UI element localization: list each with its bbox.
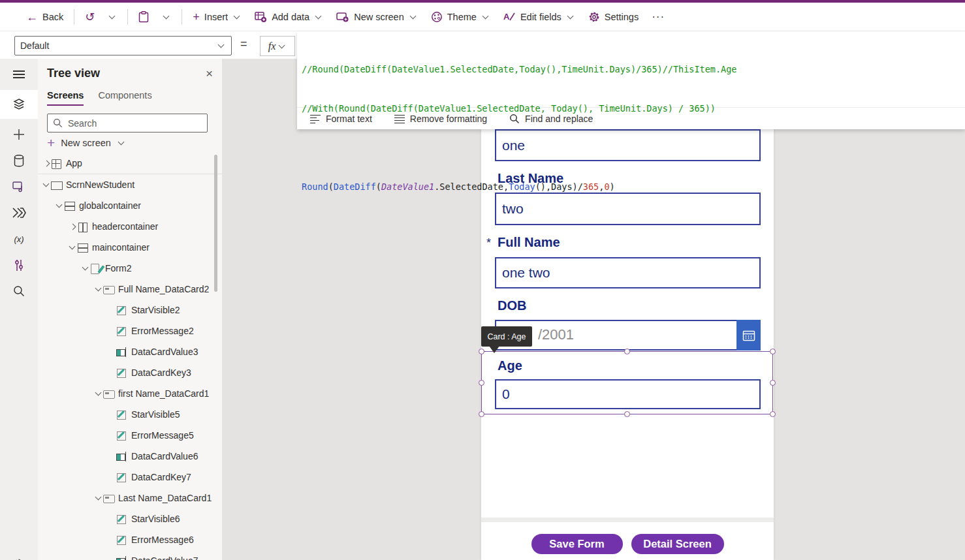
tree-item-textinput-control[interactable]: DataCardValue7 [38, 550, 222, 560]
chevron-down-icon[interactable] [55, 201, 64, 210]
tree-item-label-control[interactable]: StarVisible2 [38, 300, 222, 320]
label-control-icon [116, 305, 127, 316]
hamburger-menu-button[interactable] [0, 60, 38, 89]
tree-item-label-control[interactable]: StarVisible5 [38, 404, 222, 425]
formula-code-editor[interactable]: //Round(DateDiff(DateValue1.SelectedDate… [297, 31, 965, 107]
add-data-label: Add data [272, 12, 309, 22]
paste-button[interactable] [132, 7, 155, 27]
insert-nav-button[interactable] [0, 120, 38, 149]
paste-dropdown[interactable] [155, 8, 178, 25]
form-buttons-row: Save Form Detail Screen [481, 534, 774, 554]
chevron-down-icon[interactable] [94, 493, 103, 503]
undo-dropdown[interactable] [101, 8, 123, 25]
tree-item-list: App ScrnNewStudent globalcontainer heade… [38, 153, 222, 560]
new-screen-menu[interactable]: New screen [330, 7, 424, 27]
resize-handle[interactable] [770, 411, 776, 417]
label-control-icon [116, 472, 127, 483]
tree-item-datacard[interactable]: Full Name_DataCard2 [38, 279, 222, 300]
variables-nav-button[interactable]: (x) [0, 225, 38, 253]
token: ) [610, 181, 615, 192]
chevron-right-icon[interactable] [42, 159, 51, 168]
powerapps-studio: ← Back ↺ + Insert [0, 0, 965, 560]
tree-item-label-control[interactable]: StarVisible6 [38, 508, 222, 529]
card-age-tooltip: Card : Age [481, 326, 532, 347]
chevron-down-icon[interactable] [81, 264, 90, 273]
toolbar-divider [127, 9, 128, 25]
calendar-button[interactable] [736, 320, 761, 350]
tab-components[interactable]: Components [98, 90, 151, 106]
chevron-down-icon [566, 12, 575, 22]
chevron-down-icon [117, 138, 126, 148]
tree-item-label-control[interactable]: DataCardKey7 [38, 467, 222, 488]
resize-handle[interactable] [770, 349, 776, 354]
chevron-down-icon[interactable] [68, 243, 77, 252]
tree-item-label-control[interactable]: ErrorMessage2 [38, 320, 222, 341]
token: .SelectedDate, [434, 181, 509, 192]
power-automate-nav-button[interactable] [0, 198, 38, 227]
theme-menu[interactable]: Theme [424, 7, 497, 27]
new-screen-label: New screen [61, 138, 111, 148]
add-data-menu[interactable]: Add data [248, 7, 330, 27]
resize-handle[interactable] [479, 380, 484, 386]
tree-item-label: StarVisible2 [131, 305, 180, 315]
tree-scrollbar[interactable] [214, 155, 217, 292]
tree-item-label: DataCardValue3 [131, 347, 198, 357]
token: (), [535, 181, 551, 192]
property-selector[interactable]: Default [14, 36, 232, 55]
tree-item-label-control[interactable]: DataCardKey3 [38, 362, 222, 383]
advanced-tools-nav-button[interactable] [0, 251, 38, 279]
overflow-menu[interactable]: ··· [645, 7, 671, 27]
chevron-down-icon[interactable] [94, 389, 103, 398]
resize-handle[interactable] [479, 349, 484, 354]
resize-handle[interactable] [770, 380, 776, 386]
tree-item-label: DataCardValue7 [131, 555, 198, 560]
chevron-down-icon[interactable] [94, 285, 103, 294]
data-nav-button[interactable] [0, 146, 38, 175]
tree-item-form[interactable]: Form2 [38, 258, 222, 279]
theme-palette-icon [431, 11, 443, 23]
dob-date-input[interactable]: /2001 [495, 320, 761, 350]
insert-menu[interactable]: + Insert [186, 7, 248, 27]
tree-item-datacard[interactable]: Last Name_DataCard1 [38, 488, 222, 508]
save-form-button[interactable]: Save Form [531, 534, 623, 554]
media-nav-button[interactable] [0, 172, 38, 201]
full-name-input[interactable]: one two [495, 257, 761, 288]
tree-item-container[interactable]: maincontainer [38, 237, 222, 258]
chevron-down-icon [232, 12, 242, 22]
tab-screens[interactable]: Screens [47, 90, 84, 106]
resize-handle[interactable] [624, 411, 630, 417]
chevron-spacer [107, 326, 116, 335]
search-nav-button[interactable] [0, 277, 38, 305]
edit-fields-menu[interactable]: A Edit fields [497, 7, 582, 27]
chevron-right-icon[interactable] [68, 222, 77, 231]
close-icon[interactable]: × [206, 67, 213, 80]
tree-item-datacard[interactable]: first Name_DataCard1 [38, 383, 222, 404]
undo-button[interactable]: ↺ [78, 7, 101, 27]
tree-item-screen[interactable]: ScrnNewStudent [38, 174, 222, 195]
token: 365 [583, 181, 599, 192]
tree-item-label: DataCardValue6 [131, 451, 198, 461]
chevron-down-icon[interactable] [42, 180, 51, 189]
resize-handle[interactable] [479, 411, 484, 417]
tree-item-container[interactable]: globalcontainer [38, 195, 222, 216]
tree-item-container[interactable]: headercontainer [38, 216, 222, 237]
label-control-icon [116, 409, 127, 420]
variables-icon: (x) [14, 234, 24, 244]
new-screen-button[interactable]: + New screen [47, 136, 126, 149]
tree-item-label-control[interactable]: ErrorMessage6 [38, 529, 222, 550]
tree-item-label-control[interactable]: ErrorMessage5 [38, 425, 222, 446]
settings-button[interactable]: Settings [582, 7, 645, 27]
tree-item-textinput-control[interactable]: DataCardValue6 [38, 446, 222, 467]
age-input[interactable]: 0 [495, 379, 761, 409]
back-button[interactable]: ← Back [20, 7, 70, 27]
search-input[interactable] [68, 118, 179, 129]
fx-button[interactable]: fx [260, 36, 295, 56]
tree-search-box[interactable] [47, 114, 208, 132]
rail-settings-button[interactable] [0, 550, 38, 560]
horizontal-container-icon [64, 200, 75, 211]
tree-item-app[interactable]: App [38, 153, 222, 174]
detail-screen-button[interactable]: Detail Screen [631, 534, 724, 554]
tree-item-textinput-control[interactable]: DataCardValue3 [38, 341, 222, 362]
tree-item-label: DataCardKey7 [131, 472, 191, 482]
tree-view-nav-button[interactable] [0, 90, 38, 119]
